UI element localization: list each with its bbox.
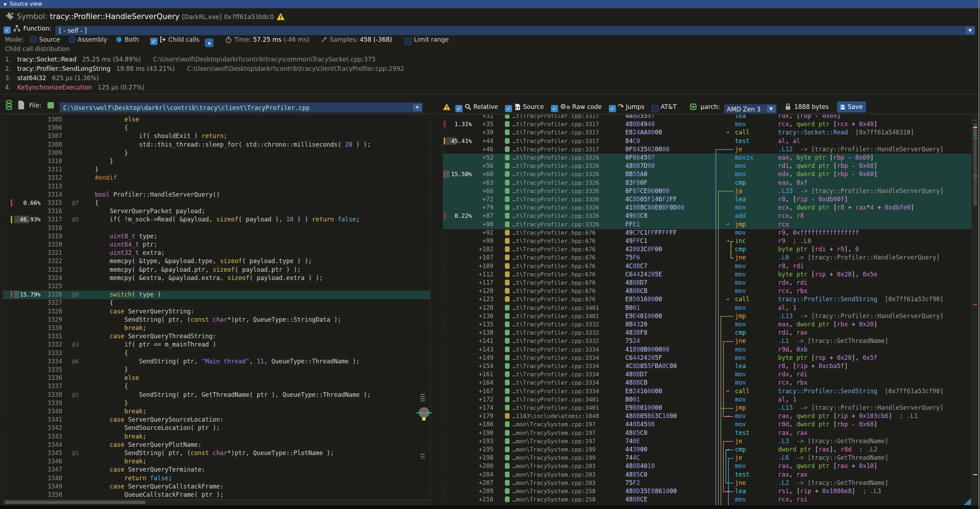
child-call-item[interactable]: 2.tracy::Profiler::SendLongString19.88 m… xyxy=(5,64,404,73)
asm-row[interactable]: +56…t\TracyProfiler.cpp:3326488B7D98movr… xyxy=(443,162,971,170)
source-line-row[interactable]: 3309 } xyxy=(3,149,430,157)
source-line-row[interactable]: 3342 SendSourceLocation( ptr ); xyxy=(3,424,430,433)
asm-row[interactable]: +190…mon\TracySystem.cpp:1974885C0testra… xyxy=(443,429,971,437)
scrollbar-thumb[interactable] xyxy=(5,501,146,504)
source-line-row[interactable]: 3329 SendString( ptr, (const char*)ptr, … xyxy=(3,316,430,324)
asm-source-location[interactable]: …t\TracyProfiler.cpp:3317 xyxy=(512,128,599,137)
source-horizontal-scrollbar[interactable] xyxy=(3,499,431,506)
asm-row[interactable]: +72…t\TracyProfiler.cpp:33264C8D05F146F2… xyxy=(443,195,971,204)
title-bar[interactable]: ▼Source view xyxy=(0,0,980,8)
asm-row[interactable]: +207…mon\TracySystem.cpp:20375F2jne.L2 -… xyxy=(443,479,971,487)
source-line-row[interactable]: 3323 memcpy( &ptr, &payload.ptr, sizeof(… xyxy=(3,266,430,274)
source-line-row[interactable]: 3349 case ServerQueryCallstackFrame: xyxy=(3,482,430,491)
source-line-row[interactable]: 3341 case ServerQuerySourceLocation: xyxy=(3,415,430,424)
asm-source-location[interactable]: …mon\TracySystem.cpp:203 xyxy=(512,479,595,487)
source-line-row[interactable]: 3312#endif xyxy=(3,173,430,182)
asm-row[interactable]: +135…t\TracyProfiler.cpp:33328B4320movea… xyxy=(443,320,971,329)
radio-assembly-label[interactable]: Assembly xyxy=(78,36,107,43)
asm-source-location[interactable]: …t\TracyProfiler.hpp:676 xyxy=(512,295,595,304)
source-line-row[interactable]: 3340 break; xyxy=(3,407,430,416)
source-line-row[interactable]: 3311} xyxy=(3,165,430,174)
source-line-row[interactable]: 3346 break; xyxy=(3,457,430,466)
asm-row[interactable]: +102…t\TracyProfiler.hpp:67642803C0F00cm… xyxy=(443,245,971,254)
source-line-row[interactable]: 3325 xyxy=(3,282,430,291)
asm-source-location[interactable]: …t\TracyProfiler.cpp:3326 xyxy=(512,187,599,195)
source-line-row[interactable]: 3330 break; xyxy=(3,324,430,332)
asm-row[interactable]: +39…t\TracyProfiler.cpp:3317E824AA0000↩c… xyxy=(443,128,971,137)
asm-row[interactable]: +200…mon\TracySystem.cpp:203488B4010movr… xyxy=(443,462,971,471)
function-checkbox[interactable]: ✓ xyxy=(3,27,11,34)
asm-row[interactable]: +112…t\TracyProfiler.hpp:676C64424205Emo… xyxy=(443,270,971,279)
source-line-row[interactable]: 3306 { xyxy=(3,124,430,132)
source-line-row[interactable]: 3334@6 SendString( ptr, "Main thread", 1… xyxy=(3,357,430,366)
asm-row[interactable]: +52…t\TracyProfiler.cpp:33260FB64597movz… xyxy=(443,153,971,162)
asm-row[interactable]: +193…mon\TracySystem.cpp:197740Eje.L3 ->… xyxy=(443,437,971,446)
raw-code-checkbox[interactable]: ✓ ⚙⚙ Raw code xyxy=(551,101,602,113)
assembly-pane[interactable]: +31…t\TracyProfiler.cpp:3317488D5597lear… xyxy=(443,114,972,506)
source-line-row[interactable]: 3316 ServerQueryPacket payload; xyxy=(3,207,430,216)
child-calls-checkbox[interactable]: ✓ xyxy=(150,38,158,45)
asm-source-location[interactable]: …t\TracyProfiler.cpp:3326 xyxy=(512,195,599,204)
asm-source-location[interactable]: …t\TracyProfiler.cpp:3334 xyxy=(512,387,599,395)
assembly-vertical-scrollbar[interactable] xyxy=(972,114,978,506)
asm-source-location[interactable]: …t\TracyProfiler.hpp:676 xyxy=(512,278,595,287)
asm-source-location[interactable]: …mon\TracySystem.cpp:197 xyxy=(512,420,595,428)
asm-source-location[interactable]: …t\TracyProfiler.cpp:3401 xyxy=(512,312,599,320)
asm-row[interactable]: +204…mon\TracySystem.cpp:2034885C0testra… xyxy=(443,471,971,479)
source-line-row[interactable]: 3344 case ServerQueryPlotName: xyxy=(3,441,430,449)
source-line-row[interactable]: 3320 uint64_t ptr; xyxy=(3,240,430,249)
asm-source-location[interactable]: …mon\TracySystem.cpp:199 xyxy=(512,453,595,462)
asm-source-location[interactable]: …t\TracyProfiler.cpp:3332 xyxy=(512,320,599,329)
source-line-row[interactable]: 3343 break; xyxy=(3,433,430,441)
file-select[interactable]: C:\Users\wolf\Desktop\darkrl\contrib\tra… xyxy=(60,102,423,113)
radio-source-label[interactable]: Source xyxy=(39,36,60,43)
asm-row[interactable]: +138…t\TracyProfiler.cpp:3332483BF8cmprd… xyxy=(443,329,971,337)
asm-source-location[interactable]: …t\TracyProfiler.cpp:3334 xyxy=(512,362,599,370)
asm-row[interactable]: +216…mon\TracySystem.cpp:258488BCEmovrcx… xyxy=(443,495,971,504)
child-call-item[interactable]: 1.tracy::Socket::Read25.25 ms (54.89%)C:… xyxy=(5,55,375,64)
source-line-row[interactable]: 46.93%3317@5 if( !m_sock->Read( &payload… xyxy=(3,215,430,224)
uarch-select[interactable]: AMD Zen 3 ▼ xyxy=(724,104,776,114)
asm-row[interactable]: +161…t\TracyProfiler.cpp:3334488BD7movrd… xyxy=(443,370,971,379)
asm-row[interactable]: +186…mon\TracySystem.cpp:197448B4598movr… xyxy=(443,420,971,429)
source-line-row[interactable]: 3332@3 if( ptr == m_mainThread ) xyxy=(3,340,430,349)
source-line-row[interactable]: 3308 std::this_thread::sleep_for( std::c… xyxy=(3,140,430,149)
child-calls-label[interactable]: Child calls xyxy=(169,36,199,43)
asm-row[interactable]: +31…t\TracyProfiler.cpp:3317488D5597lear… xyxy=(443,114,971,121)
radio-both-label[interactable]: Both xyxy=(125,36,139,43)
asm-source-location[interactable]: …t\TracyProfiler.hpp:676 xyxy=(512,229,595,237)
asm-source-location[interactable]: …t\TracyProfiler.cpp:3326 xyxy=(512,153,599,162)
asm-row[interactable]: +167…t\TracyProfiler.cpp:3334E824160000↩… xyxy=(443,387,971,396)
asm-row[interactable]: +164…t\TracyProfiler.cpp:3334488BCBmovrc… xyxy=(443,379,971,387)
asm-row[interactable]: +79…t\TracyProfiler.cpp:3326418B8C80E0BF… xyxy=(443,204,971,212)
asm-row[interactable]: +117…t\TracyProfiler.hpp:676488BD7movrdx… xyxy=(443,278,971,287)
asm-source-location[interactable]: …mon\TracySystem.cpp:203 xyxy=(512,471,595,479)
asm-source-location[interactable]: …mon\TracySystem.cpp:197 xyxy=(512,429,595,437)
asm-row[interactable]: +174…t\TracyProfiler.cpp:3401E9B8010000j… xyxy=(443,404,971,412)
collapse-icon[interactable]: ▼ xyxy=(3,0,6,9)
chevron-down-icon[interactable]: ▼ xyxy=(413,104,422,111)
source-line-row[interactable]: 3322 memcpy( &type, &payload.type, sizeo… xyxy=(3,257,430,266)
radio-source[interactable] xyxy=(30,36,37,43)
asm-source-location[interactable]: …t\TracyProfiler.cpp:3326 xyxy=(512,204,599,212)
asm-source-location[interactable]: …t\TracyProfiler.hpp:676 xyxy=(512,253,595,262)
source-line-row[interactable]: 3324 memcpy( &extra, &payload.extra, siz… xyxy=(3,274,430,283)
asm-row[interactable]: +123…t\TracyProfiler.hpp:676E850160000↩c… xyxy=(443,295,971,304)
radio-assembly[interactable] xyxy=(68,36,76,43)
asm-source-location[interactable]: …t\TracyProfiler.hpp:676 xyxy=(512,287,595,295)
asm-source-location[interactable]: …t\TracyProfiler.cpp:3326 xyxy=(512,220,599,229)
asm-source-location[interactable]: …t\TracyProfiler.hpp:676 xyxy=(512,270,595,278)
asm-source-location[interactable]: …t\TracyProfiler.cpp:3317 xyxy=(512,114,599,120)
asm-row[interactable]: 0.22%+87…t\TracyProfiler.cpp:33264903C8a… xyxy=(443,212,971,220)
collapse-child-calls-button[interactable]: ▲ xyxy=(205,38,213,47)
source-line-row[interactable]: 3327 { xyxy=(3,299,430,307)
child-call-item[interactable]: 3.stat64i32625 μs (1.36%) xyxy=(5,73,99,83)
asm-row[interactable]: +107…t\TracyProfiler.hpp:67675F6jne.L0 -… xyxy=(443,253,971,262)
asm-row[interactable]: +195…mon\TracySystem.cpp:199443900→cmpdw… xyxy=(443,445,971,454)
source-scroll-indicator[interactable] xyxy=(418,114,429,499)
source-line-row[interactable]: 3307 if( shouldExit ) return; xyxy=(3,132,430,140)
asm-source-location[interactable]: …mon\TracySystem.cpp:258 xyxy=(512,487,595,495)
limit-range-label[interactable]: Limit range xyxy=(414,36,449,43)
asm-source-location[interactable]: …mon\TracySystem.cpp:258 xyxy=(512,495,595,504)
chevron-down-icon[interactable]: ▼ xyxy=(966,27,974,34)
